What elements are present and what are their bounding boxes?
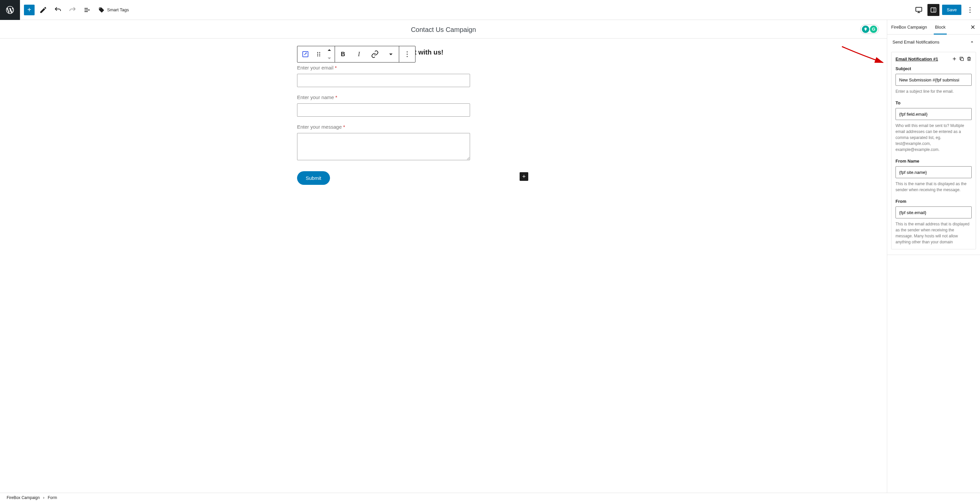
settings-sidebar: FireBox Campaign Block ✕ Send Email Noti… [887, 20, 980, 493]
subject-label: Subject [896, 66, 972, 71]
to-input[interactable] [896, 108, 972, 120]
grammarly-icon[interactable]: G [870, 25, 877, 33]
drag-handle-icon[interactable] [313, 46, 324, 62]
to-help: Who will this email be sent to? Multiple… [896, 123, 972, 153]
edit-tool-icon[interactable] [37, 4, 49, 16]
wordpress-logo[interactable] [0, 0, 20, 20]
message-input[interactable] [297, 133, 470, 160]
duplicate-icon[interactable] [959, 56, 964, 62]
chevron-up-icon [969, 39, 975, 44]
svg-point-11 [319, 56, 320, 57]
more-options-icon[interactable] [964, 4, 976, 16]
link-button[interactable] [367, 46, 383, 62]
italic-button[interactable]: I [351, 46, 367, 62]
from-help: This is the email address that is displa… [896, 221, 972, 245]
move-arrows[interactable] [324, 46, 335, 62]
document-title[interactable]: Contact Us Campaign [0, 26, 887, 33]
section-send-email[interactable]: Send Email Notifications [887, 35, 980, 49]
tab-block[interactable]: Block [931, 20, 950, 34]
svg-point-9 [319, 54, 320, 55]
add-notification-icon[interactable] [952, 56, 957, 62]
chevron-down-icon[interactable] [325, 54, 333, 62]
svg-point-8 [317, 54, 318, 55]
breadcrumb: FireBox Campaign › Form [0, 493, 980, 502]
subject-help: Enter a subject line for the email. [896, 89, 972, 94]
chevron-up-icon[interactable] [325, 46, 333, 54]
extension-badges: G [860, 25, 879, 34]
add-block-button[interactable]: + [24, 5, 35, 15]
required-indicator: * [335, 65, 337, 70]
smart-tags-label: Smart Tags [107, 7, 129, 12]
to-label: To [896, 100, 972, 105]
svg-point-13 [407, 54, 408, 55]
email-notification-card: Email Notification #1 Subject Enter a su… [891, 52, 976, 249]
svg-point-6 [317, 52, 318, 53]
more-format-icon[interactable] [383, 46, 399, 62]
block-type-icon[interactable] [298, 46, 313, 62]
bold-button[interactable]: B [335, 46, 351, 62]
svg-point-3 [970, 9, 971, 10]
form-field-name: Enter your name * [297, 94, 530, 117]
save-button[interactable]: Save [942, 5, 961, 15]
breadcrumb-child[interactable]: Form [48, 496, 57, 500]
from-name-input[interactable] [896, 166, 972, 178]
subject-input[interactable] [896, 74, 972, 86]
from-input[interactable] [896, 207, 972, 218]
svg-point-2 [970, 7, 971, 8]
svg-rect-1 [931, 8, 936, 12]
tab-firebox-campaign[interactable]: FireBox Campaign [887, 20, 931, 34]
outline-icon[interactable] [81, 4, 93, 16]
close-sidebar-icon[interactable]: ✕ [966, 24, 980, 31]
svg-rect-0 [916, 7, 922, 11]
svg-point-12 [407, 51, 408, 52]
svg-rect-15 [961, 58, 963, 60]
breadcrumb-root[interactable]: FireBox Campaign [6, 496, 40, 500]
editor-canvas: Contact Us Campaign G [0, 20, 887, 493]
top-toolbar: + Smart Tags Save [0, 0, 980, 20]
extension-badge-1[interactable] [862, 25, 869, 33]
undo-icon[interactable] [52, 4, 64, 16]
required-indicator: * [343, 124, 345, 130]
block-options-icon[interactable] [399, 46, 415, 62]
block-toolbar: B I [297, 46, 415, 62]
add-block-inline-button[interactable]: + [520, 172, 528, 181]
annotation-arrow [840, 43, 887, 66]
chevron-right-icon: › [43, 496, 44, 500]
svg-point-10 [317, 56, 318, 57]
redo-icon[interactable] [67, 4, 78, 16]
email-input[interactable] [297, 74, 470, 87]
from-name-help: This is the name that is displayed as th… [896, 181, 972, 193]
required-indicator: * [335, 94, 337, 100]
submit-button[interactable]: Submit [297, 171, 330, 185]
delete-icon[interactable] [966, 56, 972, 62]
device-preview-icon[interactable] [913, 4, 925, 16]
svg-point-14 [407, 56, 408, 57]
form-field-email: Enter your email * [297, 65, 530, 87]
from-label: From [896, 199, 972, 204]
notification-title[interactable]: Email Notification #1 [896, 57, 938, 62]
smart-tags-button[interactable]: Smart Tags [96, 7, 132, 13]
from-name-label: From Name [896, 159, 972, 164]
name-input[interactable] [297, 103, 470, 117]
svg-point-7 [319, 52, 320, 53]
form-field-message: Enter your message * [297, 124, 530, 161]
sidebar-toggle-button[interactable] [928, 4, 939, 16]
svg-point-4 [970, 12, 971, 13]
tag-icon [99, 7, 105, 13]
